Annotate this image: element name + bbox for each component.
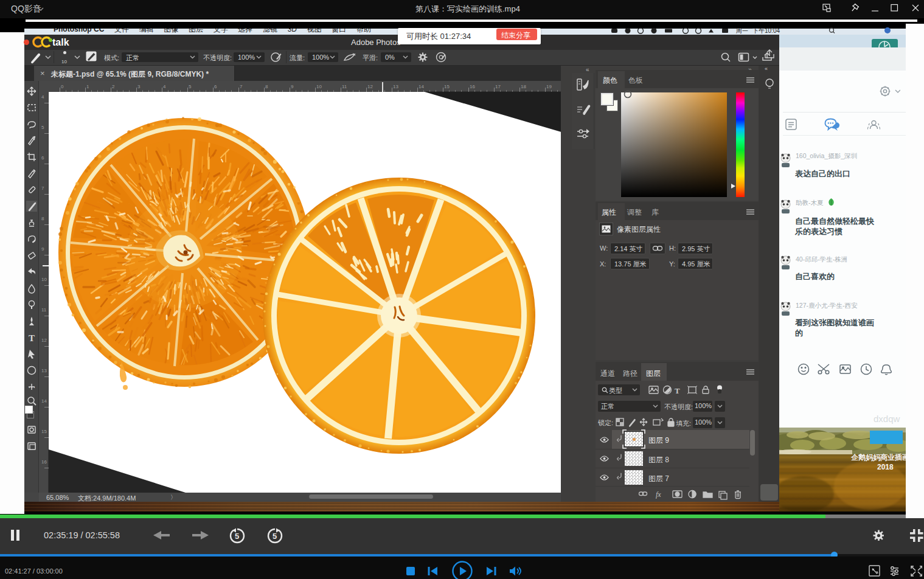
svg-text:⋯: ⋯ — [28, 383, 35, 392]
svg-text:5: 5 — [273, 532, 277, 541]
svg-text:5: 5 — [235, 532, 239, 541]
svg-text:下午10:04: 下午10:04 — [752, 27, 780, 34]
svg-text:T: T — [675, 386, 680, 395]
svg-text:«: « — [765, 66, 768, 72]
svg-text:周一: 周一 — [736, 27, 748, 34]
svg-text:fx: fx — [656, 490, 661, 499]
svg-text:T: T — [29, 333, 35, 343]
svg-text:talk: talk — [52, 37, 69, 47]
